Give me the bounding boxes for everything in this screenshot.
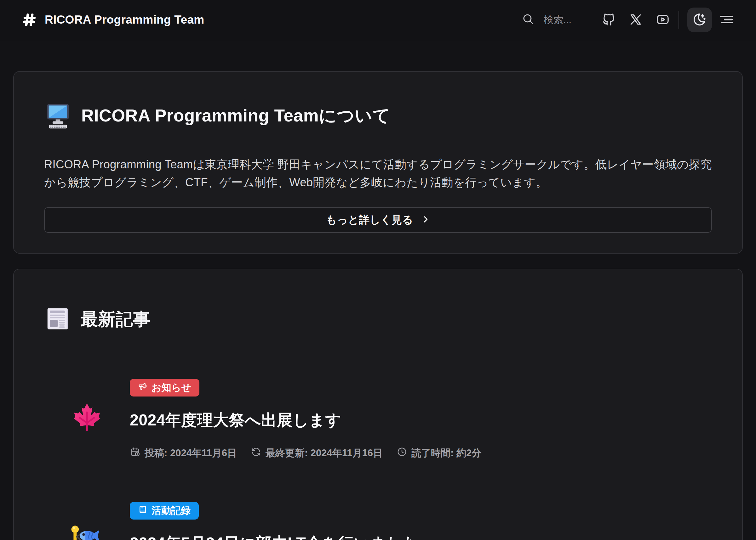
- page-content: RICORA Programming Teamについて RICORA Progr…: [0, 71, 756, 540]
- category-badge-activity-log[interactable]: 活動記録: [130, 502, 199, 519]
- search-input[interactable]: 検索...: [522, 13, 571, 27]
- megaphone-icon: [138, 382, 147, 394]
- search-placeholder: 検索...: [544, 13, 571, 26]
- read-more-button[interactable]: もっと詳しく見る: [44, 207, 712, 233]
- navbar-actions: 検索...: [522, 8, 734, 32]
- calendar-icon: [130, 447, 140, 460]
- about-heading: RICORA Programming Teamについて: [44, 92, 712, 139]
- moon-stars-icon: [692, 12, 707, 28]
- top-navbar: RICORA Programming Team 検索...: [0, 0, 756, 40]
- article-item: 活動記録 2024年5月24日に部内LT会を行いました 投稿: 2024年5月: [44, 502, 712, 540]
- x-twitter-icon: [629, 13, 643, 27]
- youtube-link[interactable]: [655, 12, 670, 28]
- koinobori-emoji-icon: [44, 524, 130, 540]
- newspaper-emoji-icon: [44, 305, 71, 334]
- github-link[interactable]: [602, 12, 616, 28]
- article-meta: 投稿: 2024年11月6日 最終更新: 2024年11月16日: [130, 447, 712, 460]
- read-more-label: もっと詳しく見る: [326, 213, 413, 227]
- article-title-link[interactable]: 2024年5月24日に部内LT会を行いました: [130, 533, 712, 540]
- badge-label: お知らせ: [151, 381, 191, 394]
- read-time: 読了時間: 約2分: [397, 447, 481, 460]
- posted-date: 投稿: 2024年11月6日: [130, 447, 237, 460]
- hash-logo-icon: [22, 13, 37, 27]
- latest-articles-card: 最新記事: [13, 269, 743, 540]
- posted-date-label: 投稿: 2024年11月6日: [145, 447, 237, 460]
- latest-heading: 最新記事: [44, 293, 712, 345]
- articles-list: お知らせ 2024年度理大祭へ出展します 投稿: 2024年11月6日: [44, 379, 712, 540]
- clock-icon: [397, 447, 407, 460]
- article-item: お知らせ 2024年度理大祭へ出展します 投稿: 2024年11月6日: [44, 379, 712, 460]
- updated-date: 最終更新: 2024年11月16日: [251, 447, 383, 460]
- chevron-right-icon: [421, 214, 430, 226]
- read-time-label: 読了時間: 約2分: [411, 447, 481, 460]
- github-icon: [602, 12, 616, 28]
- about-title: RICORA Programming Teamについて: [81, 104, 390, 127]
- navbar-divider: [678, 11, 679, 29]
- menu-icon: [719, 12, 734, 28]
- maple-leaf-emoji-icon: [44, 402, 130, 437]
- search-icon: [522, 13, 535, 27]
- article-body: お知らせ 2024年度理大祭へ出展します 投稿: 2024年11月6日: [130, 379, 712, 460]
- about-description: RICORA Programming Teamは東京理科大学 野田キャンパスにて…: [44, 156, 712, 192]
- menu-button[interactable]: [719, 12, 734, 28]
- badge-label: 活動記録: [151, 504, 191, 517]
- theme-toggle-button[interactable]: [687, 8, 712, 32]
- social-links: [602, 12, 670, 28]
- category-badge-announcement[interactable]: お知らせ: [130, 379, 199, 396]
- article-title-link[interactable]: 2024年度理大祭へ出展します: [130, 410, 712, 431]
- refresh-icon: [251, 447, 262, 460]
- desktop-computer-emoji-icon: [44, 101, 72, 130]
- youtube-icon: [655, 12, 670, 28]
- x-twitter-link[interactable]: [629, 13, 643, 27]
- latest-title: 最新記事: [81, 308, 151, 331]
- book-icon: [138, 505, 147, 517]
- site-title: RICORA Programming Team: [45, 13, 204, 26]
- updated-date-label: 最終更新: 2024年11月16日: [266, 447, 383, 460]
- about-card: RICORA Programming Teamについて RICORA Progr…: [13, 71, 743, 254]
- site-logo-link[interactable]: RICORA Programming Team: [22, 13, 204, 27]
- article-body: 活動記録 2024年5月24日に部内LT会を行いました 投稿: 2024年5月: [130, 502, 712, 540]
